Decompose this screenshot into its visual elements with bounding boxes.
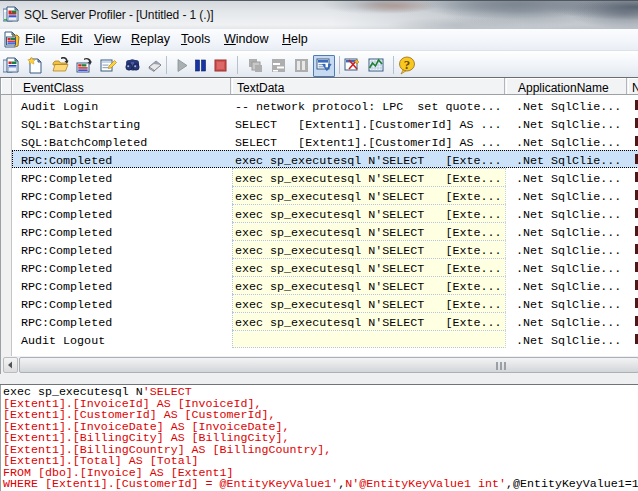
svg-text:?: ? xyxy=(404,57,411,72)
